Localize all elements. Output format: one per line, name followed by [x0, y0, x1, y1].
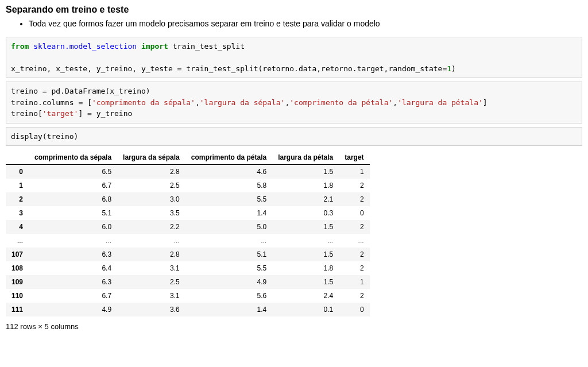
row-index: 2	[6, 192, 29, 206]
bullet-item: Toda vez que formos fazer um modelo prec…	[29, 18, 582, 30]
cell: 2	[339, 289, 369, 303]
cell: 2.5	[117, 179, 185, 192]
table-row: 1096.32.54.91.51	[6, 275, 370, 289]
cell: 6.0	[29, 220, 117, 234]
cell: 0.3	[272, 206, 339, 220]
cell: 2.1	[272, 192, 339, 206]
table-row: 46.02.25.01.52	[6, 220, 370, 234]
cell: 1	[339, 275, 369, 289]
table-row: 06.52.84.61.51	[6, 165, 370, 179]
dataframe-output: comprimento da sépala largura da sépala …	[6, 150, 370, 316]
table-row: 1114.93.61.40.10	[6, 303, 370, 316]
cell: ...	[185, 234, 272, 248]
cell: 5.8	[185, 179, 272, 192]
row-index: 0	[6, 165, 29, 179]
col-header: largura da sépala	[117, 150, 185, 165]
col-header: comprimento da pétala	[185, 150, 272, 165]
cell: 1	[339, 165, 369, 179]
cell: 6.3	[29, 275, 117, 289]
cell: 2	[339, 220, 369, 234]
cell: 2.2	[117, 220, 185, 234]
table-row: 1106.73.15.62.42	[6, 289, 370, 303]
code-cell-3: display(treino)	[6, 127, 582, 146]
cell: 2	[339, 261, 369, 275]
cell: 0.1	[272, 303, 339, 316]
cell: ...	[272, 234, 339, 248]
cell: 6.7	[29, 179, 117, 192]
table-row: 35.13.51.40.30	[6, 206, 370, 220]
cell: 3.1	[117, 289, 185, 303]
cell: 1.4	[185, 303, 272, 316]
cell: 5.0	[185, 220, 272, 234]
section-heading: Separando em treino e teste	[6, 5, 582, 15]
cell: 4.6	[185, 165, 272, 179]
cell: 6.7	[29, 289, 117, 303]
cell: 2.5	[117, 275, 185, 289]
table-row: 26.83.05.52.12	[6, 192, 370, 206]
col-header: largura da pétala	[272, 150, 339, 165]
col-header: target	[339, 150, 369, 165]
cell: ...	[29, 234, 117, 248]
cell: 6.3	[29, 248, 117, 261]
cell: 3.0	[117, 192, 185, 206]
cell: 2.8	[117, 248, 185, 261]
table-header-row: comprimento da sépala largura da sépala …	[6, 150, 370, 165]
cell: 0	[339, 303, 369, 316]
table-row: ..................	[6, 234, 370, 248]
cell: 3.6	[117, 303, 185, 316]
cell: 2.4	[272, 289, 339, 303]
cell: 5.6	[185, 289, 272, 303]
cell: 4.9	[185, 275, 272, 289]
cell: 5.5	[185, 261, 272, 275]
cell: 2	[339, 179, 369, 192]
cell: 5.1	[29, 206, 117, 220]
table-row: 1086.43.15.51.82	[6, 261, 370, 275]
cell: 1.5	[272, 248, 339, 261]
row-index: 110	[6, 289, 29, 303]
cell: ...	[339, 234, 369, 248]
cell: 6.8	[29, 192, 117, 206]
cell: 2.8	[117, 165, 185, 179]
cell: 6.4	[29, 261, 117, 275]
code-cell-1: from sklearn.model_selection import trai…	[6, 37, 582, 79]
cell: 1.5	[272, 220, 339, 234]
cell: 4.9	[29, 303, 117, 316]
row-index: 107	[6, 248, 29, 261]
cell: 3.1	[117, 261, 185, 275]
row-index: 111	[6, 303, 29, 316]
row-index: 1	[6, 179, 29, 192]
table-row: 1076.32.85.11.52	[6, 248, 370, 261]
row-index: 108	[6, 261, 29, 275]
cell: 6.5	[29, 165, 117, 179]
row-index: 3	[6, 206, 29, 220]
cell: 1.5	[272, 275, 339, 289]
cell: 1.5	[272, 165, 339, 179]
dataframe-dimensions: 112 rows × 5 columns	[6, 322, 582, 331]
code-cell-2: treino = pd.DataFrame(x_treino) treino.c…	[6, 82, 582, 123]
cell: 5.5	[185, 192, 272, 206]
cell: 1.8	[272, 261, 339, 275]
cell: 1.4	[185, 206, 272, 220]
col-header: comprimento da sépala	[29, 150, 117, 165]
cell: 1.8	[272, 179, 339, 192]
cell: 0	[339, 206, 369, 220]
row-index: ...	[6, 234, 29, 248]
cell: 3.5	[117, 206, 185, 220]
table-row: 16.72.55.81.82	[6, 179, 370, 192]
cell: 5.1	[185, 248, 272, 261]
row-index: 109	[6, 275, 29, 289]
cell: 2	[339, 248, 369, 261]
row-index: 4	[6, 220, 29, 234]
cell: ...	[117, 234, 185, 248]
cell: 2	[339, 192, 369, 206]
